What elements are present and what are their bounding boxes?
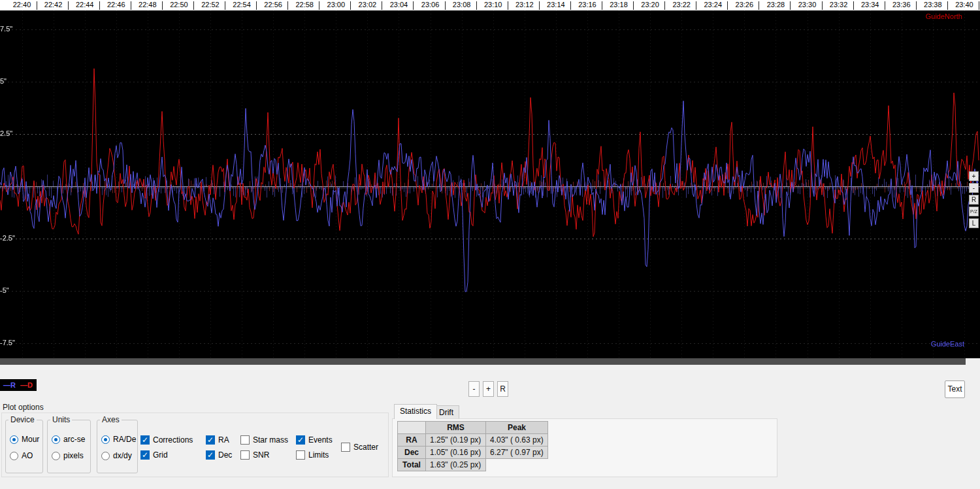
checkbox-ra[interactable]: RA [206, 435, 229, 445]
graph-side-button-[interactable]: - [969, 183, 979, 193]
checkbox-box[interactable] [206, 435, 215, 445]
stats-row-label: Total [398, 459, 426, 471]
time-label: 23:26 [736, 1, 754, 8]
checkbox-dec[interactable]: Dec [206, 450, 232, 460]
stats-peak-value: 4.03" ( 0.63 px) [486, 434, 548, 447]
time-label: 22:40 [13, 1, 31, 8]
stats-row-ra: RA1.25" (0.19 px)4.03" ( 0.63 px) [398, 434, 548, 447]
guide-graph-canvas [0, 0, 980, 358]
radio-pixels[interactable]: pixels [52, 451, 85, 460]
radio-circle[interactable] [52, 435, 60, 444]
time-label: 23:28 [767, 1, 785, 8]
checkbox-grid[interactable]: Grid [140, 450, 168, 460]
time-tick [759, 1, 759, 10]
time-tick [602, 1, 602, 10]
time-label: 23:24 [704, 1, 722, 8]
time-tick [68, 1, 69, 10]
time-label: 22:58 [295, 1, 314, 8]
graph-side-button-[interactable]: + [969, 171, 979, 181]
time-label: 23:34 [861, 1, 879, 8]
zoom-out-button[interactable]: - [468, 381, 480, 397]
radio-label: arc-se [63, 435, 85, 444]
checkbox-box[interactable] [240, 435, 250, 445]
time-label: 23:10 [484, 1, 502, 8]
stats-corner-cell [398, 422, 426, 434]
stats-rms-value: 1.63" (0.25 px) [426, 459, 486, 471]
radio-arc-se[interactable]: arc-se [52, 435, 85, 444]
device-group-body: MourAO [10, 435, 39, 460]
time-label: 22:44 [76, 1, 94, 8]
time-tick [319, 1, 319, 10]
stats-peak-value [486, 459, 548, 471]
time-label: 23:00 [327, 1, 346, 8]
graph-side-button-r[interactable]: R [969, 195, 979, 205]
radio-circle[interactable] [52, 452, 60, 460]
checkbox-limits[interactable]: Limits [296, 450, 329, 460]
time-label: 22:56 [264, 1, 282, 8]
time-label: 23:36 [892, 1, 911, 8]
checkbox-label: Events [308, 435, 333, 445]
checkbox-box[interactable] [140, 435, 150, 445]
radio-circle[interactable] [10, 435, 18, 444]
units-group: Units arc-sepixels [47, 420, 91, 473]
checkbox-events[interactable]: Events [296, 435, 333, 445]
time-label: 23:40 [955, 1, 973, 8]
radio-ra-de[interactable]: RA/De [101, 435, 136, 444]
radio-dx-dy[interactable]: dx/dy [101, 451, 136, 460]
time-tick [727, 1, 728, 10]
checkbox-box[interactable] [206, 450, 215, 460]
time-tick [979, 1, 979, 10]
device-group-label: Device [8, 415, 37, 424]
radio-circle[interactable] [101, 435, 110, 444]
time-tick [256, 1, 257, 10]
radio-circle[interactable] [10, 452, 18, 460]
time-label: 23:02 [359, 1, 377, 8]
guide-east-label: GuideEast [931, 340, 964, 348]
tab-statistics[interactable]: Statistics [394, 404, 437, 419]
time-label: 22:48 [139, 1, 157, 8]
checkbox-star-mass[interactable]: Star mass [240, 435, 288, 445]
checkbox-label: SNR [253, 450, 269, 460]
checkbox-box[interactable] [140, 450, 150, 460]
time-tick [822, 1, 823, 10]
time-label: 23:32 [830, 1, 848, 8]
text-button[interactable]: Text [945, 380, 965, 398]
radio-mour[interactable]: Mour [10, 435, 39, 444]
time-tick [99, 1, 100, 10]
time-axis: 22:4022:4222:4422:4622:4822:5022:5222:54… [0, 0, 980, 10]
graph-side-button-l[interactable]: L [969, 218, 979, 228]
time-tick [193, 1, 194, 10]
axes-group-body: RA/Dedx/dy [101, 435, 136, 460]
time-label: 22:46 [107, 1, 125, 8]
stats-rms-value: 1.05" (0.16 px) [426, 447, 486, 459]
checkbox-box[interactable] [296, 435, 305, 445]
horizontal-scrollbar[interactable] [0, 358, 966, 365]
checkbox-scatter[interactable]: Scatter [341, 443, 378, 452]
time-label: 23:30 [798, 1, 817, 8]
checkbox-box[interactable] [240, 450, 250, 460]
checkbox-label: Star mass [253, 435, 288, 445]
radio-label: pixels [63, 451, 84, 460]
y-axis-label: -7.5" [0, 339, 15, 346]
y-axis-label: -5" [0, 286, 9, 294]
checkbox-box[interactable] [296, 450, 305, 460]
graph-side-buttons: +-RP/ZL [969, 171, 979, 228]
checkbox-snr[interactable]: SNR [240, 450, 269, 460]
checkbox-corrections[interactable]: Corrections [140, 435, 193, 445]
time-label: 23:22 [672, 1, 691, 8]
radio-circle[interactable] [101, 452, 110, 460]
reset-button[interactable]: R [497, 381, 508, 397]
time-tick [885, 1, 885, 10]
radio-ao[interactable]: AO [10, 451, 39, 460]
checkbox-box[interactable] [341, 443, 350, 452]
stats-row-label: RA [398, 434, 426, 447]
zoom-in-button[interactable]: + [483, 381, 494, 397]
checkbox-label: Corrections [153, 435, 193, 445]
graph-side-button-p-z[interactable]: P/Z [969, 207, 979, 216]
app: 22:4022:4222:4422:4622:4822:5022:5222:54… [0, 0, 980, 489]
time-tick [287, 1, 288, 10]
time-tick [131, 1, 131, 10]
checkbox-label: Scatter [353, 443, 378, 452]
y-axis-label: 5" [0, 77, 7, 85]
stats-table: RMSPeak RA1.25" (0.19 px)4.03" ( 0.63 px… [397, 421, 548, 471]
